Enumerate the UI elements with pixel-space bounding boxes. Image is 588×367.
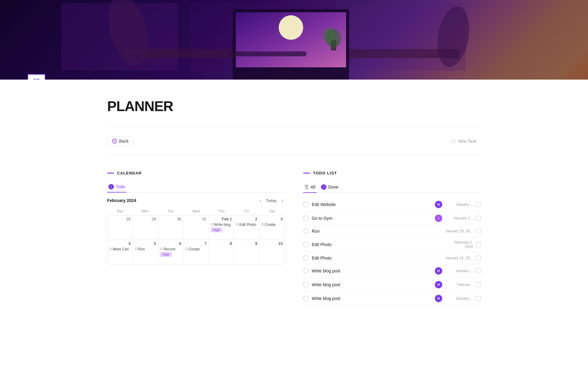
todo-circle-3[interactable] <box>303 228 309 234</box>
desk-scene-svg <box>0 0 588 80</box>
todo-checkbox-8[interactable] <box>476 296 481 301</box>
cal-day-4[interactable]: 4 Meet Carl <box>107 240 133 264</box>
page-title: PLANNER <box>107 98 481 114</box>
todo-name-6: Write blog post <box>312 268 432 273</box>
todo-checkbox-5[interactable] <box>476 256 481 260</box>
todo-date-5: January 22, 20... <box>445 256 473 260</box>
done-check-icon <box>321 184 326 190</box>
svg-rect-10 <box>276 76 306 78</box>
calendar-grid: Sun Mon Tue Wed Thu Fri Sat 28 <box>107 207 285 264</box>
title-divider <box>107 127 481 127</box>
cal-day-30[interactable]: 30 <box>158 215 183 240</box>
calendar-today-button[interactable]: Today <box>266 198 277 203</box>
todo-section: TODO LIST ☰ All Done Edit Website H <box>303 171 481 305</box>
cal-day-6[interactable]: 6 Record High <box>158 240 183 264</box>
svg-rect-9 <box>285 70 297 77</box>
day-header-sat: Sat <box>259 207 285 215</box>
todo-tab-done[interactable]: Done <box>320 182 340 193</box>
cal-task-record: Record <box>160 247 181 251</box>
cal-day-28[interactable]: 28 <box>107 215 133 240</box>
hero-banner <box>0 0 588 80</box>
back-button[interactable]: Back <box>107 136 133 146</box>
cal-day-7[interactable]: 7 Create <box>183 240 209 264</box>
svg-rect-11 <box>230 51 306 56</box>
todo-item-edit-photo-2: Edit Photo January 22, 20... <box>303 252 481 264</box>
todo-dash <box>303 173 310 174</box>
cal-day-feb3[interactable]: 3 Create <box>259 215 285 240</box>
todo-date-3: January 29, 20... <box>445 229 473 233</box>
todo-circle-1[interactable] <box>303 202 309 207</box>
cal-day-8[interactable]: 8 <box>209 240 234 264</box>
todo-tab-all[interactable]: ☰ All <box>303 182 317 193</box>
toolbar: Back New Task <box>107 133 481 149</box>
cal-day-10[interactable]: 10 <box>259 240 285 264</box>
cal-task-write-blog: Write blog <box>211 223 232 227</box>
todo-circle-7[interactable] <box>303 282 309 287</box>
todo-item-run: Run January 29, 20... <box>303 225 481 237</box>
todo-item-edit-website: Edit Website H January ... <box>303 198 481 212</box>
todo-circle-2[interactable] <box>303 215 309 221</box>
cal-day-29[interactable]: 29 <box>133 215 158 240</box>
cal-task-meet-carl: Meet Carl <box>109 247 131 251</box>
day-header-tue: Tue <box>158 207 183 215</box>
todo-circle-8[interactable] <box>303 296 309 301</box>
todo-circle-6[interactable] <box>303 268 309 274</box>
calendar-day-headers: Sun Mon Tue Wed Thu Fri Sat <box>107 207 285 215</box>
todo-checkbox-7[interactable] <box>476 282 481 287</box>
todo-item-edit-photo-1: Edit Photo February 2, 2024 <box>303 237 481 252</box>
calendar-next-button[interactable]: › <box>280 197 285 204</box>
todo-date-8: January ... <box>445 296 473 301</box>
todo-name-2: Go to Gym <box>312 216 432 221</box>
cal-day-31[interactable]: 31 <box>183 215 209 240</box>
calendar-week-1: 28 29 30 31 Feb 1 <box>107 215 285 240</box>
todo-section-header: TODO LIST <box>303 171 481 175</box>
todo-checkbox-2[interactable] <box>476 216 481 221</box>
new-task-button[interactable]: New Task <box>447 137 481 146</box>
cal-task-create-wed: Create <box>185 247 207 251</box>
todo-circle-4[interactable] <box>303 242 309 247</box>
svg-point-8 <box>279 15 303 40</box>
day-header-thu: Thu <box>209 207 234 215</box>
todo-checkbox-6[interactable] <box>476 268 481 273</box>
main-grid: CALENDAR Todo February 2024 ‹ Today › <box>107 162 481 324</box>
cal-day-feb2[interactable]: 2 Edit Photo <box>234 215 259 240</box>
todo-checkbox-3[interactable] <box>476 229 481 234</box>
cal-task-tag-high: High <box>211 227 223 232</box>
plus-circle-icon <box>451 138 456 144</box>
calendar-tabs: Todo <box>107 182 285 193</box>
calendar-week-2: 4 Meet Carl 5 Run <box>107 240 285 264</box>
todo-tag-h-7: H <box>435 281 442 288</box>
todo-name-8: Write blog post <box>312 296 432 301</box>
todo-name-7: Write blog post <box>312 282 432 287</box>
svg-point-16 <box>323 28 335 43</box>
todo-date-7: Februar... <box>445 283 473 287</box>
back-icon <box>112 138 117 144</box>
day-header-fri: Fri <box>234 207 259 215</box>
calendar-prev-button[interactable]: ‹ <box>258 197 263 204</box>
todo-name-5: Edit Photo <box>312 256 442 260</box>
cal-task-run: Run <box>135 247 156 251</box>
cal-task-edit-photo-fri: Edit Photo <box>236 223 258 227</box>
todo-tabs: ☰ All Done <box>303 182 481 193</box>
day-header-sun: Sun <box>107 207 133 215</box>
cal-day-5[interactable]: 5 Run <box>133 240 158 264</box>
todo-item-go-to-gym: Go to Gym I January 2... <box>303 212 481 225</box>
todo-item-write-blog-3: Write blog post H January ... <box>303 292 481 305</box>
calendar-tab-todo[interactable]: Todo <box>107 182 126 193</box>
toolbar-divider <box>107 155 481 155</box>
page-icon <box>28 74 45 80</box>
cal-day-feb1[interactable]: Feb 1 Write blog High <box>209 215 234 240</box>
todo-section-title: TODO LIST <box>313 171 337 175</box>
day-header-mon: Mon <box>133 207 158 215</box>
list-icon: ☰ <box>304 184 309 190</box>
todo-date-4: February 2, 2024 <box>445 240 473 249</box>
calendar-section-title: CALENDAR <box>117 171 142 175</box>
todo-checkbox-1[interactable] <box>476 202 481 207</box>
cal-task-record-tag: High <box>160 252 172 257</box>
todo-checkbox-4[interactable] <box>476 242 481 247</box>
cal-tab-check-icon <box>108 184 114 189</box>
day-header-wed: Wed <box>183 207 209 215</box>
calendar-month-label: February 2024 <box>107 198 136 203</box>
todo-circle-5[interactable] <box>303 255 309 261</box>
cal-day-9[interactable]: 9 <box>234 240 259 264</box>
